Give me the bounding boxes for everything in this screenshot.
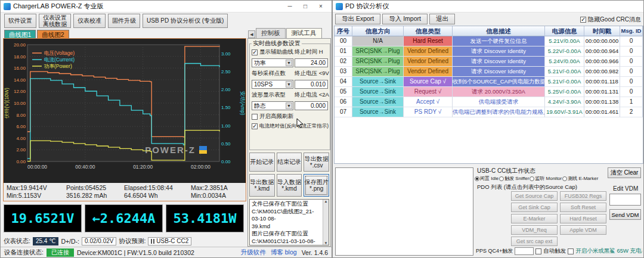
svg-text:20.00: 20.00 [14, 42, 26, 48]
maximize-button[interactable]: □ [298, 1, 313, 12]
cell-seq: 02 [335, 57, 352, 67]
toolbar-calibration-button[interactable]: 仪表校准 [73, 14, 106, 28]
save-image-button[interactable]: 保存图片 *.png [304, 174, 329, 197]
column-header[interactable]: 电源信息 [545, 26, 584, 36]
cell-seq: 03 [335, 67, 352, 77]
minimize-button[interactable]: ─ [282, 1, 298, 12]
end-current-input[interactable]: 0.000 [295, 101, 328, 110]
radio-label: 闲置 Idle [480, 175, 499, 182]
cell-direction: Source→Sink [352, 107, 404, 117]
pd-command-button[interactable]: Get Sink Cap [511, 203, 558, 212]
column-header[interactable]: 信息方向 [352, 26, 404, 36]
cc-mode-radio[interactable]: 触发 Sniffer [499, 175, 529, 182]
scroll-down-icon[interactable]: ▼ [324, 241, 328, 245]
scroll-up-icon[interactable]: ▲ [324, 200, 328, 203]
column-header[interactable]: Msg. ID [620, 26, 643, 36]
cell-description: 供电端接受请求 [453, 97, 545, 107]
abs-current-checkbox[interactable]: 电流绝对值(反向电流正常指示) [252, 123, 328, 130]
svg-text:伏特(V)(10W): 伏特(V)(10W) [4, 88, 10, 119]
column-header[interactable]: 时间戳 [584, 26, 620, 36]
pd-message-row[interactable]: 03SRC|SNK→PlugVendor Defined请求 Discover … [335, 67, 643, 77]
filebox-scrollbar[interactable]: ▲ ▼ [323, 200, 329, 245]
pd-command-button[interactable]: Get src cap ext [511, 237, 558, 246]
cell-type: PS RDY √ [404, 107, 453, 117]
table-body: 00N/AHard Reset发送一个硬件复位信息5.21V/0.00A00:0… [335, 36, 643, 117]
svg-text:14.00: 14.00 [14, 77, 26, 83]
pd-command-button[interactable]: Get Source Cap [511, 191, 558, 201]
pd-titlebar[interactable]: PD 协议分析仪 [333, 1, 643, 13]
pd-message-row[interactable]: 01SRC|SNK→PlugVendor Defined请求 Discover … [335, 46, 643, 57]
toolbar-software-settings-button[interactable]: 软件设置 [4, 14, 36, 28]
svg-text:8.00: 8.00 [16, 113, 26, 118]
power-curve-select[interactable]: 功率▼ [252, 58, 293, 67]
column-header[interactable]: 序号 [335, 26, 352, 36]
auto-trigger-checkbox[interactable]: 自动触发 [535, 247, 566, 255]
wave-mode-select[interactable]: 静态▼ [252, 101, 293, 110]
pd-command-button[interactable]: E-Marker [511, 214, 558, 223]
svg-text:安培(Amp): 安培(Amp) [240, 91, 246, 115]
close-button[interactable]: × [313, 1, 329, 12]
mi-pps-checkbox[interactable]: 开启小米或黑鲨 65W 充电器PPS [568, 247, 642, 255]
import-button[interactable]: 导入 Import [382, 14, 428, 24]
pd-message-row[interactable]: 06Source→SinkAccept √供电端接受请求4.24V/-3.90A… [335, 97, 643, 107]
pd-message-table[interactable]: 序号信息方向信息类型信息描述电源信息时间戳Msg. ID 00N/AHard R… [334, 26, 643, 164]
wave-mode-value: 静态 [254, 102, 266, 110]
export-kmd-button[interactable]: 导出数据 *.kmd [249, 174, 275, 197]
cell-description: 收到5个SOURCE_CAP供电能力数据包 [453, 77, 545, 87]
start-record-button[interactable]: 开始记录 [249, 153, 275, 172]
pd-message-row[interactable]: 02SRC|SNK→PlugVendor Defined请求 Discover … [335, 57, 643, 67]
realtime-params-group: 实时曲线参数设置 显示辅助曲线 终止时间 H 功率▼ 24.00 每秒采样点数 … [249, 39, 330, 150]
exit-button[interactable]: 退出 [429, 14, 455, 24]
cc-mode-radio[interactable]: 监听 Monitor [530, 175, 562, 182]
pdo-list[interactable] [335, 167, 473, 256]
powerz-status-bar: 设备连接状态: 已连接 Device:KM001C | FW:V1.5.0 bu… [1, 247, 332, 257]
power-chart[interactable]: 20.0018.0016.0014.0012.0010.008.006.004.… [4, 39, 246, 183]
hf-refresh-checkbox[interactable]: 开启高频刷新 [252, 113, 328, 120]
pd-command-column-1: Get Source CapGet Sink CapE-MarkerVDM_Re… [511, 191, 558, 246]
pd-command-button[interactable]: Hard Reset [560, 214, 606, 223]
cc-mode-radios: 闲置 Idle触发 Sniffer监听 Monitor测线 E-Marker [475, 175, 606, 182]
pd-message-row[interactable]: 04Source→SinkSource Cap √收到5个SOURCE_CAP供… [335, 77, 643, 87]
import-kmd-button[interactable]: 导入数据 *.kmd [277, 174, 302, 197]
pps-value-input[interactable] [515, 247, 534, 255]
export-csv-button[interactable]: 导出数据 *.csv [304, 153, 329, 172]
mouse-cursor [296, 118, 304, 129]
cell-direction: SRC|SNK→Plug [352, 46, 404, 57]
pd-message-row[interactable]: 07Source→SinkPS RDY √供电端已调整到请求的供电能力规格上19… [335, 107, 643, 117]
toolbar-meter-settings-button[interactable]: 仪表设置 离线数据 [39, 14, 71, 28]
sps-value: 10SPS [254, 81, 273, 88]
toolbar-pd-analyzer-button[interactable]: USB PD 协议分析仪 (专业版) [143, 14, 228, 28]
send-vdm-button[interactable]: Send VDM [609, 209, 641, 220]
column-header[interactable]: 信息描述 [453, 26, 545, 36]
cc-mode-radio[interactable]: 测线 E-Marker [562, 175, 598, 182]
column-header[interactable]: 信息类型 [404, 26, 453, 36]
blog-link[interactable]: 博客 blog [271, 248, 297, 257]
cell-power: 5.21V/-0.00A [545, 77, 584, 87]
pd-message-row[interactable]: 00N/AHard Reset发送一个硬件复位信息5.21V/0.00A00:0… [335, 36, 643, 46]
end-voltage-input[interactable]: 0.010 [295, 80, 328, 89]
sps-select[interactable]: 10SPS▼ [252, 80, 293, 89]
hf-refresh-label: 开启高频刷新 [259, 113, 293, 120]
hide-goodcrc-checkbox[interactable]: 隐藏Good CRC消息 [580, 15, 641, 24]
stop-record-button[interactable]: 结束记录 [277, 153, 302, 172]
temperature-badge: 25.4 ℃ [33, 237, 58, 245]
vdm-input[interactable] [609, 194, 641, 206]
upgrade-software-link[interactable]: 升级软件 [241, 248, 266, 257]
file-path-box[interactable]: 文件已保存在下面位置 C:\KM001C\曲线图2_21-03-10 08- 3… [249, 199, 329, 245]
pd-command-button[interactable]: FUSB302 Regs [560, 191, 606, 201]
powerz-titlebar[interactable]: ChargerLAB POWER-Z 专业版 ─ □ × [1, 1, 332, 13]
cc-mode-radio[interactable]: 闲置 Idle [475, 175, 499, 182]
end-time-input[interactable]: 24.00 [295, 58, 328, 67]
show-aux-checkbox[interactable]: 显示辅助曲线 [252, 48, 293, 56]
toolbar-firmware-upgrade-button[interactable]: 固件升级 [108, 14, 140, 28]
tab-test-tools[interactable]: 测试工具 [286, 28, 322, 38]
auto-trigger-label: 自动触发 [543, 247, 566, 255]
pd-command-button[interactable]: VDM_Req [511, 225, 558, 235]
pd-message-row[interactable]: 05Source→SinkRequest √请求 20.000V/3.250A5… [335, 87, 643, 97]
pd-command-button[interactable]: Soft Reset [560, 203, 606, 212]
pd-command-button[interactable]: Apple VDM [560, 225, 606, 235]
export-button[interactable]: 导出 Export [335, 14, 380, 24]
clear-button[interactable]: 清空 Clear [608, 167, 641, 178]
tab-control-board[interactable]: 控制板 [256, 28, 286, 38]
panel-scroll-left-button[interactable]: ◀ [248, 30, 255, 38]
